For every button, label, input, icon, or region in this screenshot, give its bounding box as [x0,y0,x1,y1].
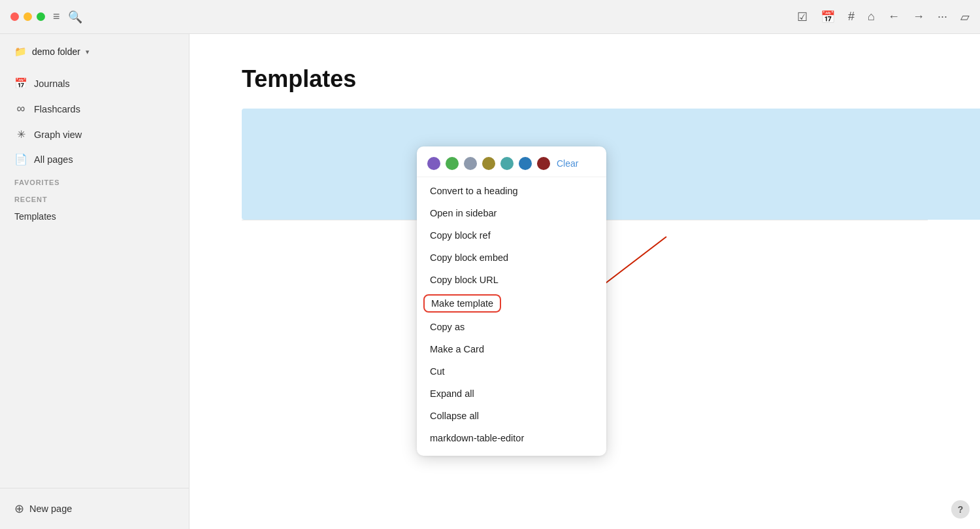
color-dots-row: Clear [417,153,606,177]
search-icon[interactable]: 🔍 [68,10,82,24]
sidebar-bottom: ⊕ New page [0,488,189,529]
favorites-label: FAVORITES [0,172,189,189]
color-dot-blue[interactable] [519,157,532,170]
sidebar-item-all-pages[interactable]: 📄 All pages [4,147,185,171]
sidebar-toggle-icon[interactable]: ▱ [960,10,970,24]
graph-view-icon: ✳ [14,128,27,141]
titlebar-right: ☑ 📅 # ⌂ ← → ··· ▱ [797,10,970,24]
recent-item-templates[interactable]: Templates [4,207,185,226]
recent-templates-label: Templates [14,211,56,222]
hashtag-icon[interactable]: # [848,10,855,24]
sidebar-item-graph-view[interactable]: ✳ Graph view [4,122,185,146]
color-dot-gray[interactable] [464,157,477,170]
menu-item-copy-block-ref[interactable]: Copy block ref [417,224,606,247]
back-icon[interactable]: ← [888,10,900,24]
graph-view-label: Graph view [34,129,82,140]
color-dot-darkred[interactable] [537,157,550,170]
todo-icon[interactable]: ☑ [797,10,808,24]
menu-item-convert-heading[interactable]: Convert to a heading [417,180,606,202]
recent-label: RECENT [0,189,189,206]
journals-label: Journals [34,78,70,89]
chevron-down-icon: ▾ [86,48,90,56]
color-dot-teal[interactable] [500,157,514,170]
help-button[interactable]: ? [951,500,970,519]
journals-icon: 📅 [14,77,27,90]
highlight-block [242,109,980,220]
new-page-label: New page [29,503,72,514]
menu-item-open-sidebar[interactable]: Open in sidebar [417,202,606,224]
menu-item-collapse-all[interactable]: Collapse all [417,405,606,427]
titlebar: ≡ 🔍 ☑ 📅 # ⌂ ← → ··· ▱ [0,0,980,34]
app-body: 📁 demo folder ▾ 📅 Journals ∞ Flashcards … [0,34,980,529]
color-dot-green[interactable] [446,157,459,170]
menu-item-copy-block-embed[interactable]: Copy block embed [417,247,606,269]
titlebar-left: ≡ 🔍 [10,10,82,24]
new-page-button[interactable]: ⊕ New page [4,495,185,522]
all-pages-label: All pages [34,154,73,165]
sidebar-top: 📁 demo folder ▾ [0,34,189,65]
menu-item-copy-block-url[interactable]: Copy block URL [417,269,606,291]
menu-item-make-card[interactable]: Make a Card [417,338,606,360]
sidebar-nav: 📅 Journals ∞ Flashcards ✳ Graph view 📄 A… [0,65,189,488]
sidebar-item-journals[interactable]: 📅 Journals [4,71,185,95]
sidebar-item-flashcards[interactable]: ∞ Flashcards [4,96,185,122]
more-icon[interactable]: ··· [938,10,947,24]
forward-icon[interactable]: → [913,10,924,24]
calendar-icon[interactable]: 📅 [821,10,835,24]
minimize-button[interactable] [24,12,32,21]
color-dot-olive[interactable] [482,157,495,170]
traffic-lights [10,12,45,21]
clear-colors-button[interactable]: Clear [557,158,578,169]
new-page-icon: ⊕ [14,502,24,516]
flashcards-icon: ∞ [14,102,27,116]
page-title: Templates [242,65,928,93]
maximize-button[interactable] [37,12,45,21]
folder-selector[interactable]: 📁 demo folder ▾ [10,43,178,60]
menu-item-make-template[interactable]: Make template [417,291,606,316]
context-menu: Clear Convert to a heading Open in sideb… [417,146,606,456]
color-dot-purple[interactable] [427,157,440,170]
folder-icon: 📁 [14,46,27,58]
hamburger-icon[interactable]: ≡ [53,10,60,24]
main-content: Templates [189,34,980,529]
menu-item-expand-all[interactable]: Expand all [417,383,606,405]
close-button[interactable] [10,12,19,21]
folder-name: demo folder [32,46,80,57]
sidebar: 📁 demo folder ▾ 📅 Journals ∞ Flashcards … [0,34,189,529]
menu-item-markdown-table-editor[interactable]: markdown-table-editor [417,427,606,449]
menu-item-cut[interactable]: Cut [417,360,606,383]
menu-item-copy-as[interactable]: Copy as [417,316,606,338]
flashcards-label: Flashcards [34,104,80,114]
all-pages-icon: 📄 [14,153,27,165]
home-icon[interactable]: ⌂ [868,10,875,24]
page-title-area: Templates [189,34,980,109]
